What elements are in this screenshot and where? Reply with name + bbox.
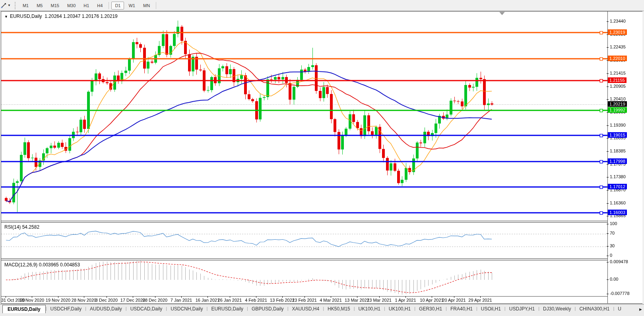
chart-title: ▼EURUSD,Daily 1.20264 1.20347 1.20176 1.… <box>4 13 118 19</box>
chart-tab-xauusd-h4[interactable]: XAUUSD,H4 <box>288 305 323 313</box>
chart-tab-usdcad-daily[interactable]: USDCAD,Daily <box>127 305 166 313</box>
timeframe-button-m15[interactable]: M15 <box>47 2 62 10</box>
rsi-indicator-label: RSI(14) 54.2582 <box>4 224 39 230</box>
macd-indicator-label: MACD(12,26,9) 0.003965 0.004853 <box>4 262 80 268</box>
timeframe-toolbar: ▼ M1M5M15M30H1H4D1W1MN <box>0 0 644 11</box>
timeframe-button-h1[interactable]: H1 <box>80 2 93 10</box>
chart-tab-usdjpy-h1[interactable]: USDJPY,H1 <box>506 305 538 313</box>
tab-scroll-right-icon[interactable]: ► <box>638 307 643 312</box>
timeframe-button-mn[interactable]: MN <box>140 2 153 10</box>
chart-tab-china300-h1[interactable]: CHINA300,H1 <box>576 305 613 313</box>
pane-divider[interactable] <box>1 258 642 259</box>
toolbar-grip-handle[interactable] <box>15 2 16 9</box>
price-axis-column[interactable] <box>607 12 642 303</box>
timeframe-button-d1[interactable]: D1 <box>111 2 124 10</box>
timeframe-button-m30[interactable]: M30 <box>64 2 79 10</box>
chart-tab-ger30-h1[interactable]: GER30,H1 <box>415 305 446 313</box>
chart-tab-usoil-h1[interactable]: USOil,H1 <box>477 305 504 313</box>
chart-tab-usdcnh-daily[interactable]: USDCNH,Daily <box>167 305 206 313</box>
chart-tab-fra40-h1[interactable]: FRA40,H1 <box>447 305 476 313</box>
rsi-pane <box>1 223 607 258</box>
chart-tab-uk100-h1[interactable]: UK100,H1 <box>385 305 414 313</box>
timeframe-button-h4[interactable]: H4 <box>93 2 106 10</box>
chart-tab-audusd-daily[interactable]: AUDUSD,Daily <box>86 305 126 313</box>
mt4-terminal: ▼ M1M5M15M30H1H4D1W1MN ▼EURUSD,Daily 1.2… <box>0 0 644 316</box>
line-studies-icon[interactable] <box>0 2 7 9</box>
chart-tab-eurusd-daily[interactable]: EURUSD,Daily <box>2 305 46 313</box>
chart-tab-uk100-h1[interactable]: UK100,H1 <box>355 305 384 313</box>
rsi-canvas[interactable] <box>1 223 607 258</box>
timeframe-buttons: M1M5M15M30H1H4D1W1MN <box>19 2 158 10</box>
main-price-pane <box>1 12 607 221</box>
chart-tab-dj30-weekly[interactable]: DJ30,Weekly <box>539 305 574 313</box>
pane-divider[interactable] <box>1 221 642 221</box>
chart-collapse-icon[interactable]: ▼ <box>4 15 8 19</box>
timeframe-button-m1[interactable]: M1 <box>19 2 32 10</box>
macd-pane <box>1 260 607 296</box>
chart-tab-bar: EURUSD,Daily|USDCHF,Daily|AUDUSD,Daily|U… <box>0 304 644 316</box>
chart-tab-gbpusd-daily[interactable]: GBPUSD,Daily <box>248 305 287 313</box>
chart-shift-marker[interactable] <box>499 12 505 15</box>
line-studies-dropdown-icon[interactable]: ▼ <box>8 4 11 7</box>
chart-tab-eurusd-daily[interactable]: EURUSD,Daily <box>208 305 247 313</box>
main-chart-canvas[interactable] <box>1 12 607 221</box>
chart-ohlc-values: 1.20264 1.20347 1.20176 1.20219 <box>45 13 118 19</box>
chart-window: ▼EURUSD,Daily 1.20264 1.20347 1.20176 1.… <box>1 11 642 304</box>
macd-canvas[interactable] <box>1 260 607 296</box>
chart-tab-usdchf-daily[interactable]: USDCHF,Daily <box>47 305 85 313</box>
toolbar-separator <box>109 2 109 9</box>
date-axis-strip[interactable] <box>1 297 607 303</box>
chart-tab-u[interactable]: U <box>614 305 625 313</box>
chart-tab-hk50-m15[interactable]: HK50,M15 <box>324 305 354 313</box>
chart-symbol-period: EURUSD,Daily <box>10 13 42 19</box>
toolbar-separator <box>156 2 156 9</box>
timeframe-button-w1[interactable]: W1 <box>125 2 139 10</box>
timeframe-button-m5[interactable]: M5 <box>33 2 46 10</box>
